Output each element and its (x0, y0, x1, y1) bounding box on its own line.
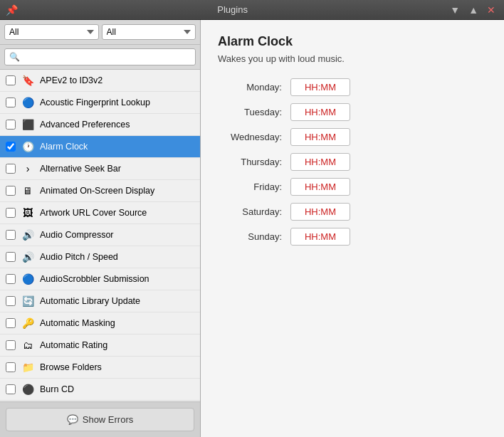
plugin-icon-audio-compressor: 🔊 (21, 228, 35, 242)
plugin-checkbox-auto-rating[interactable] (6, 340, 16, 350)
plugin-label-alarm-clock: Alarm Clock (40, 142, 194, 152)
minimize-button[interactable]: ▼ (447, 3, 463, 17)
time-row-4: Friday: (218, 178, 487, 196)
plugin-label-advanced-prefs: Advanced Preferences (40, 120, 194, 130)
plugin-icon-alt-seek: › (21, 162, 35, 176)
plugin-checkbox-advanced-prefs[interactable] (6, 120, 16, 130)
plugin-icon-auto-masking: 🔑 (21, 316, 35, 330)
plugin-item-audioscrobbler[interactable]: 🔵AudioScrobbler Submission (0, 268, 200, 290)
plugin-item-browse-folders[interactable]: 📁Browse Folders (0, 357, 200, 379)
plugin-checkbox-auto-masking[interactable] (6, 318, 16, 328)
plugin-icon-audio-pitch: 🔊 (21, 250, 35, 264)
plugin-checkbox-audio-compressor[interactable] (6, 230, 16, 240)
plugin-item-alt-seek[interactable]: ›Alternative Seek Bar (0, 158, 200, 180)
filter-select-2[interactable]: All (102, 24, 196, 40)
plugin-item-audio-compressor[interactable]: 🔊Audio Compressor (0, 224, 200, 246)
plugin-item-auto-library[interactable]: 🔄Automatic Library Update (0, 290, 200, 312)
plugin-checkbox-audioscrobbler[interactable] (6, 274, 16, 284)
day-label-5: Saturday: (218, 206, 282, 217)
plugin-label-artwork-url: Artwork URL Cover Source (40, 208, 194, 218)
plugin-icon-auto-rating: 🗂 (21, 338, 35, 352)
plugin-label-browse-folders: Browse Folders (40, 362, 194, 372)
time-row-3: Thursday: (218, 153, 487, 171)
plugin-item-auto-rating[interactable]: 🗂Automatic Rating (0, 335, 200, 357)
plugin-icon-browse-folders: 📁 (21, 360, 35, 374)
plugin-detail-description: Wakes you up with loud music. (218, 53, 487, 64)
pin-icon: 📌 (6, 4, 18, 16)
window-title: Plugins (18, 4, 447, 15)
plugin-checkbox-audio-pitch[interactable] (6, 252, 16, 262)
plugin-label-burn-cd: Burn CD (40, 384, 194, 394)
plugin-item-audio-pitch[interactable]: 🔊Audio Pitch / Speed (0, 246, 200, 268)
alarm-time-table: Monday:Tuesday:Wednesday:Thursday:Friday… (218, 78, 487, 246)
day-label-0: Monday: (218, 82, 282, 93)
day-label-2: Wednesday: (218, 132, 282, 142)
plugin-label-auto-masking: Automatic Masking (40, 318, 194, 328)
plugin-icon-artwork-url: 🖼 (21, 206, 35, 220)
search-row: 🔍 (0, 45, 200, 70)
right-panel: Alarm Clock Wakes you up with loud music… (201, 20, 504, 437)
plugin-item-apev2[interactable]: 🔖APEv2 to ID3v2 (0, 70, 200, 92)
filter-select-1[interactable]: All (4, 24, 99, 40)
time-row-1: Tuesday: (218, 103, 487, 121)
time-row-2: Wednesday: (218, 128, 487, 146)
time-input-6[interactable] (290, 228, 350, 246)
plugin-checkbox-auto-library[interactable] (6, 296, 16, 306)
plugin-item-advanced-prefs[interactable]: ⬛Advanced Preferences (0, 114, 200, 136)
plugin-icon-advanced-prefs: ⬛ (21, 117, 35, 132)
plugin-label-audioscrobbler: AudioScrobbler Submission (40, 274, 194, 284)
plugin-checkbox-animated-osd[interactable] (6, 186, 16, 196)
plugin-checkbox-acoustic[interactable] (6, 98, 16, 107)
plugin-label-audio-compressor: Audio Compressor (40, 230, 194, 240)
plugin-label-audio-pitch: Audio Pitch / Speed (40, 252, 194, 262)
maximize-button[interactable]: ▲ (466, 3, 481, 17)
plugin-icon-apev2: 🔖 (21, 73, 35, 88)
plugin-icon-burn-cd: ⚫ (21, 382, 35, 396)
time-row-5: Saturday: (218, 203, 487, 221)
left-panel: All All 🔍 🔖APEv2 to ID3v2🔵Acoustic Finge… (0, 20, 201, 437)
plugin-label-auto-library: Automatic Library Update (40, 296, 194, 306)
plugin-checkbox-burn-cd[interactable] (6, 384, 16, 394)
plugin-checkbox-alt-seek[interactable] (6, 164, 16, 174)
plugin-item-burn-cd[interactable]: ⚫Burn CD (0, 379, 200, 401)
plugin-label-auto-rating: Automatic Rating (40, 340, 194, 350)
bottom-bar: 💬 Show Errors (0, 401, 200, 437)
plugin-item-animated-osd[interactable]: 🖥Animated On-Screen Display (0, 180, 200, 202)
time-input-4[interactable] (290, 178, 350, 196)
plugin-checkbox-alarm-clock[interactable] (6, 142, 16, 152)
day-label-6: Sunday: (218, 231, 282, 242)
plugin-item-acoustic[interactable]: 🔵Acoustic Fingerprint Lookup (0, 92, 200, 114)
plugin-label-apev2: APEv2 to ID3v2 (40, 75, 194, 85)
plugin-checkbox-browse-folders[interactable] (6, 362, 16, 372)
day-label-1: Tuesday: (218, 107, 282, 117)
show-errors-button[interactable]: 💬 Show Errors (6, 408, 194, 431)
plugin-icon-auto-library: 🔄 (21, 294, 35, 308)
plugin-checkbox-artwork-url[interactable] (6, 208, 16, 218)
day-label-4: Friday: (218, 181, 282, 192)
plugin-item-auto-masking[interactable]: 🔑Automatic Masking (0, 312, 200, 335)
plugin-icon-animated-osd: 🖥 (21, 184, 35, 198)
time-input-1[interactable] (290, 103, 350, 121)
show-errors-icon: 💬 (67, 414, 78, 425)
time-input-2[interactable] (290, 128, 350, 146)
plugin-icon-audioscrobbler: 🔵 (21, 272, 35, 286)
time-input-5[interactable] (290, 203, 350, 221)
time-input-3[interactable] (290, 153, 350, 171)
plugin-label-animated-osd: Animated On-Screen Display (40, 186, 194, 196)
time-input-0[interactable] (290, 78, 350, 96)
close-button[interactable]: ✕ (484, 3, 498, 17)
plugin-item-alarm-clock[interactable]: 🕐Alarm Clock (0, 136, 200, 158)
time-row-0: Monday: (218, 78, 487, 96)
plugin-list: 🔖APEv2 to ID3v2🔵Acoustic Fingerprint Loo… (0, 70, 200, 401)
day-label-3: Thursday: (218, 157, 282, 167)
plugin-label-acoustic: Acoustic Fingerprint Lookup (40, 98, 194, 107)
plugin-checkbox-apev2[interactable] (6, 75, 16, 85)
show-errors-label: Show Errors (83, 414, 134, 425)
plugin-item-artwork-url[interactable]: 🖼Artwork URL Cover Source (0, 202, 200, 224)
plugin-icon-alarm-clock: 🕐 (21, 139, 35, 154)
titlebar-controls: ▼ ▲ ✕ (447, 3, 498, 17)
plugin-label-alt-seek: Alternative Seek Bar (40, 164, 194, 174)
search-wrap: 🔍 (4, 48, 196, 65)
search-input[interactable] (4, 48, 196, 65)
titlebar-left: 📌 (6, 4, 18, 16)
